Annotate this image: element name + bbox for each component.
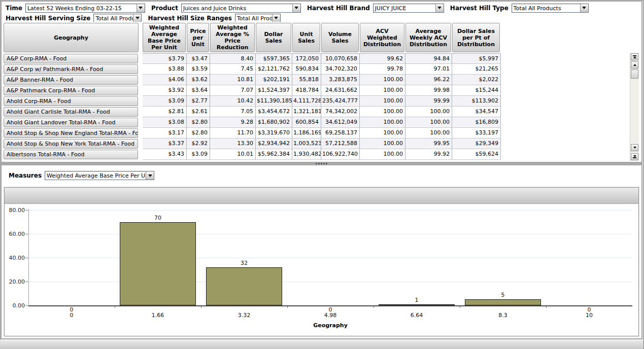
scroll-to-top-button[interactable] [631, 53, 638, 60]
table-cell: 55,818 [292, 75, 321, 85]
table-cell: $3.43 [143, 149, 187, 160]
chevron-down-icon[interactable] [580, 4, 588, 12]
x-tick-label: 10 [569, 312, 609, 319]
table-cell: 13.30 [210, 138, 256, 149]
table-cell: 100.00 [360, 128, 405, 138]
geography-row-header[interactable]: Ahold Stop & Shop New York Total-RMA - F… [4, 139, 138, 149]
column-header[interactable]: ACV Weighted Distribution [360, 23, 404, 52]
splitter-grip-icon [315, 163, 328, 164]
table-cell: 4,111,728 [292, 96, 321, 107]
y-tick-mark [26, 282, 28, 282]
table-cell: $3.08 [143, 117, 187, 128]
column-header[interactable]: Volume Sales [321, 23, 359, 52]
table-cell: $3.62 [187, 75, 210, 85]
table-cell: $2,934,942 [256, 138, 292, 149]
table-row: Albertsons Total-RMA - Food$3.43$3.0910.… [4, 149, 641, 160]
size-ranges-filter-dropdown[interactable]: Total All Products [235, 14, 281, 23]
table-cell: 590,834 [292, 64, 321, 75]
table-cell: $2.81 [143, 107, 187, 117]
x-tick-mark [546, 306, 547, 308]
time-filter-value: Latest 52 Weeks Ending 03-22-15 [26, 4, 137, 12]
table-cell: 3,283,875 [321, 75, 360, 85]
size-ranges-filter-label: Harvest Hill Size Ranges [148, 15, 231, 22]
table-cell: 99.95 [405, 138, 452, 149]
chevron-down-icon[interactable] [435, 4, 444, 12]
chevron-down-icon[interactable] [137, 4, 145, 12]
geography-row-header[interactable]: Ahold Giant Carlisle Total-RMA - Food [4, 107, 138, 117]
x-tick-label: 0 [51, 312, 92, 319]
geography-row-header[interactable]: A&P Corp-RMA - Food [4, 54, 138, 63]
table-cell: $15,244 [452, 85, 501, 96]
chevron-down-icon[interactable] [133, 14, 141, 22]
table-cell: $29,349 [452, 138, 501, 149]
scroll-to-bottom-button[interactable] [631, 153, 638, 160]
geography-row-header[interactable]: A&P Corp w/ Pathmark-RMA - Food [4, 64, 138, 74]
gridline [28, 258, 632, 258]
type-filter-label: Harvest Hill Type [450, 5, 509, 12]
column-header[interactable]: Weighted Average Base Price Per Unit [143, 23, 186, 52]
table-cell: 10.81 [210, 75, 256, 85]
table-vertical-scrollbar[interactable] [630, 53, 639, 161]
table-body: A&P Corp-RMA - Food$3.79$3.478.40$597,36… [4, 53, 641, 160]
type-filter-dropdown[interactable]: Total All Products [512, 4, 589, 13]
chevron-down-icon[interactable] [146, 171, 154, 180]
column-header[interactable]: Dollar Sales [256, 23, 291, 52]
chart-bar [379, 304, 455, 305]
x-tick-label: 6.64 [396, 312, 437, 319]
table-cell: 100.00 [405, 107, 452, 117]
geography-row-header[interactable]: Ahold Corp-RMA - Food [4, 96, 138, 106]
geography-row-header[interactable]: Ahold Stop & Shop New England Total-RMA … [4, 128, 138, 138]
serving-size-filter-group: Harvest Hill Serving Size Total All Prod… [6, 14, 142, 23]
product-filter-dropdown[interactable]: Juices and Juice Drinks [181, 4, 301, 13]
chart-bar [465, 299, 541, 305]
horizontal-splitter[interactable] [2, 162, 641, 165]
column-header[interactable]: Price per Unit [187, 23, 209, 52]
table-cell: $3.79 [143, 53, 187, 64]
geography-row-header[interactable]: A&P Banner-RMA - Food [4, 75, 138, 85]
serving-size-filter-dropdown[interactable]: Total All Products [93, 14, 142, 23]
table-cell: $33,197 [452, 128, 501, 138]
column-header[interactable]: Unit Sales [292, 23, 320, 52]
table-cell: $3.47 [187, 53, 210, 64]
gridline [28, 234, 632, 234]
table-cell: 100.00 [360, 117, 405, 128]
chevron-down-icon[interactable] [292, 4, 300, 12]
table-cell: $202,191 [256, 75, 292, 85]
chevron-down-icon[interactable] [272, 14, 280, 22]
bar-value-label: 1 [396, 297, 437, 303]
table-cell: 235,424,777 [321, 96, 360, 107]
table-cell: 99.78 [360, 64, 405, 75]
column-header[interactable]: Dollar Sales per Pt of Distribution [452, 23, 500, 52]
time-filter-dropdown[interactable]: Latest 52 Weeks Ending 03-22-15 [25, 4, 145, 13]
x-tick-label: 4.98 [310, 312, 351, 319]
scroll-down-button[interactable] [631, 144, 638, 151]
brand-filter-dropdown[interactable]: JUICY JUICE [373, 4, 444, 13]
pivot-table: Geography Weighted Average Base Price Pe… [2, 22, 641, 162]
x-axis-title: Geography [300, 322, 361, 329]
table-cell: 99.98 [405, 85, 452, 96]
chart-panel: 0.0020.0040.0060.0080.0000701.66323.3204… [4, 187, 639, 336]
table-cell: $1,524,397 [256, 85, 292, 96]
table-cell: $21,265 [452, 64, 501, 75]
type-filter-group: Harvest Hill Type Total All Products [450, 4, 589, 13]
column-header[interactable]: Weighted Average % Price Reduction [210, 23, 255, 52]
y-tick-label: 80.00 [5, 207, 25, 214]
table-cell: $2.80 [187, 128, 210, 138]
geography-row-header[interactable]: Albertsons Total-RMA - Food [4, 150, 138, 159]
measures-bar: Measures Weighted Average Base Price Per… [2, 165, 641, 186]
scroll-up-button[interactable] [631, 61, 638, 68]
table-cell: 100.00 [360, 96, 405, 107]
measures-dropdown[interactable]: Weighted Average Base Price Per Unit [45, 171, 154, 180]
geography-row-header[interactable]: A&P Pathmark Corp-RMA - Food [4, 86, 138, 95]
geography-row-header[interactable]: Ahold Giant Landover Total-RMA - Food [4, 118, 138, 127]
scrollbar-thumb[interactable] [631, 69, 638, 79]
x-tick-mark [374, 306, 374, 308]
brand-filter-group: Harvest Hill Brand JUICY JUICE [307, 4, 444, 13]
column-header-geography[interactable]: Geography [4, 23, 139, 52]
table-cell: 99.92 [405, 149, 452, 160]
table-cell: 100.00 [360, 107, 405, 117]
table-cell: 9.28 [210, 117, 256, 128]
time-filter-group: Time Latest 52 Weeks Ending 03-22-15 [6, 4, 145, 13]
column-header[interactable]: Average Weekly ACV Distribution [405, 23, 451, 52]
table-cell: 10.01 [210, 149, 256, 160]
